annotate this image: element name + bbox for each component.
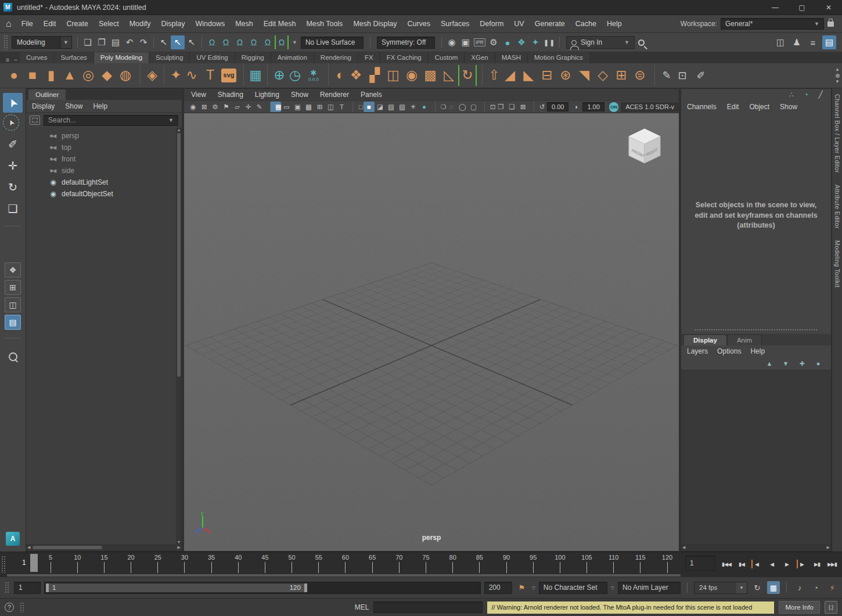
menu-item[interactable]: Mesh — [230, 20, 258, 28]
helix-icon[interactable]: ∿ — [182, 65, 201, 86]
single-pane-layout-button[interactable]: ❖ — [5, 262, 21, 278]
freeze-transform-icon[interactable]: ✱ 0,0,0 — [304, 65, 323, 86]
four-pane-layout-button[interactable]: ⊞ — [5, 280, 21, 295]
minimize-button[interactable]: — — [762, 0, 789, 15]
circularize-icon[interactable]: ⊛ — [556, 65, 575, 86]
outliner-item[interactable]: ■◀ persp — [26, 130, 176, 142]
viewport-menu-item[interactable]: Shading — [218, 91, 243, 99]
menu-item[interactable]: Mesh Tools — [301, 20, 348, 28]
channel-box-toggle[interactable]: ≡ — [806, 35, 820, 49]
channel-box-menu-item[interactable]: Edit — [727, 103, 739, 111]
type-tool-icon[interactable]: T — [201, 65, 220, 86]
combine-icon[interactable]: ❖ — [347, 65, 365, 86]
ipr-render-button[interactable]: IPR — [473, 35, 487, 49]
search-icon[interactable] — [638, 39, 645, 46]
shelf-tab[interactable]: Curves — [20, 52, 54, 63]
go-to-end-button[interactable]: ▶▶▮ — [825, 554, 840, 574]
resolution-gate-icon[interactable]: ▣ — [292, 102, 303, 112]
pane-paste-icon[interactable]: ❏ — [506, 102, 517, 112]
edit-lattice-icon[interactable]: ⊡ — [673, 65, 692, 86]
merge-icon[interactable]: ◉ — [402, 65, 421, 86]
undo-button[interactable]: ↶ — [123, 35, 136, 49]
toolbar-grip[interactable] — [3, 35, 8, 50]
menu-item[interactable]: Create — [61, 20, 93, 28]
make-live-button[interactable]: Ω — [275, 35, 289, 49]
snapshot-icon[interactable]: ⊠ — [517, 102, 528, 112]
move-layer-up-button[interactable]: ▲ — [765, 359, 774, 368]
menu-item[interactable]: Edit — [38, 20, 62, 28]
layer-editor-menu-item[interactable]: Help — [750, 347, 765, 355]
shelf-scroll-control[interactable]: ▲ ▼ — [833, 67, 842, 84]
outliner-tab[interactable]: Outliner — [28, 89, 66, 100]
render-current-frame-button[interactable]: ▣ — [459, 35, 473, 49]
menu-item[interactable]: Help — [602, 20, 627, 28]
safe-title-icon[interactable]: T — [336, 102, 347, 112]
more-info-button[interactable]: More Info — [779, 601, 820, 614]
outliner-search-input[interactable]: Search... ▼ — [44, 115, 178, 126]
animation-start-field[interactable]: 1 — [14, 582, 41, 594]
platonic-solid-icon[interactable]: ◈ — [140, 65, 159, 86]
viewport-menu-item[interactable]: View — [191, 91, 206, 99]
panel-splitter[interactable] — [695, 329, 817, 330]
bridge-icon[interactable]: ⊟ — [538, 65, 556, 86]
super-shape-icon[interactable]: ✦ — [164, 65, 182, 86]
scale-tool[interactable]: ❑ — [3, 199, 23, 218]
chamfer-icon[interactable]: ◣ — [519, 65, 538, 86]
command-language-label[interactable]: MEL — [355, 603, 369, 611]
lock-icon[interactable] — [827, 21, 834, 27]
outliner-menu-item[interactable]: Help — [93, 102, 107, 110]
command-line-grip[interactable] — [20, 602, 24, 613]
sweep-mesh-icon[interactable]: ▦ — [243, 65, 262, 86]
select-tool[interactable]: ➤ — [3, 93, 23, 113]
animation-preferences-icon[interactable]: ▦ — [767, 581, 780, 594]
camera-attributes-icon[interactable]: ⚙ — [210, 102, 221, 112]
tab-channel-box-layer-editor[interactable]: Channel Box / Layer Editor — [834, 88, 841, 179]
character-controls-toggle[interactable]: ♟ — [790, 35, 804, 49]
render-view-button[interactable]: ◉ — [445, 35, 459, 49]
shelf-tab[interactable]: Sculpting — [149, 52, 190, 63]
menu-item[interactable]: Edit Mesh — [258, 20, 301, 28]
snap-to-point-button[interactable]: Ω — [233, 35, 247, 49]
field-chart-icon[interactable]: ⊞ — [314, 102, 325, 112]
step-forward-key-button[interactable]: ▶ — [794, 554, 809, 574]
speed-state-icon[interactable]: ◔ — [801, 90, 811, 99]
shadows-icon[interactable]: ● — [419, 102, 430, 112]
playback-speed-icon[interactable]: ⚡ — [826, 581, 839, 594]
center-pivot-icon[interactable]: ⊕ — [267, 65, 286, 86]
menu-item[interactable]: Display — [156, 20, 190, 28]
shelf-tab[interactable]: Poly Modeling — [94, 52, 149, 63]
channel-box-menu-item[interactable]: Channels — [687, 103, 717, 111]
shelf-tab[interactable]: MASH — [495, 52, 528, 63]
lasso-tool[interactable]: ➤ — [3, 114, 19, 131]
playback-loop-icon[interactable]: ↻ — [751, 581, 764, 594]
maximize-button[interactable]: ▢ — [789, 0, 815, 15]
lock-camera-icon[interactable]: ⊠ — [199, 102, 210, 112]
playback-range[interactable]: 1 120 — [46, 583, 307, 592]
poly-sphere-icon[interactable]: ● — [5, 65, 23, 86]
attribute-editor-toggle[interactable]: ▤ — [822, 35, 836, 49]
zoom-tool-icon[interactable] — [9, 352, 17, 361]
step-back-frame-button[interactable]: ▮◀ — [734, 554, 749, 574]
view-cube[interactable]: FRONT RIGHT — [625, 126, 664, 168]
go-to-start-button[interactable]: ▮◀◀ — [719, 554, 734, 574]
triangulate-icon[interactable]: ◺ — [440, 65, 458, 86]
hyperbolic-graph-icon[interactable]: ╱ — [816, 90, 825, 99]
gain-field[interactable]: 1.00 — [582, 102, 604, 111]
poly-torus-icon[interactable]: ◎ — [79, 65, 98, 86]
color-management-toggle[interactable]: ON — [609, 102, 618, 112]
time-slider[interactable]: 1 5 10 15 — [7, 552, 681, 577]
range-end-handle[interactable] — [304, 583, 307, 592]
poly-plane-icon[interactable]: ◆ — [98, 65, 116, 86]
shelf-tab[interactable]: Custom — [429, 52, 465, 63]
close-button[interactable]: ✕ — [815, 0, 842, 15]
pan-zoom-2d-icon[interactable]: ✛ — [243, 102, 254, 112]
retopologize-icon[interactable]: ↻ — [458, 65, 477, 86]
viewport-menu-item[interactable]: Lighting — [255, 91, 279, 99]
shelf-tab[interactable]: Rigging — [235, 52, 271, 63]
smooth-shade-icon[interactable]: ■ — [364, 102, 375, 112]
command-input[interactable] — [373, 601, 483, 613]
fill-hole-icon[interactable]: ▩ — [421, 65, 440, 86]
rotate-tool[interactable]: ↻ — [3, 177, 23, 197]
select-camera-icon[interactable]: ◉ — [188, 102, 199, 112]
move-tool[interactable]: ✛ — [3, 156, 23, 175]
